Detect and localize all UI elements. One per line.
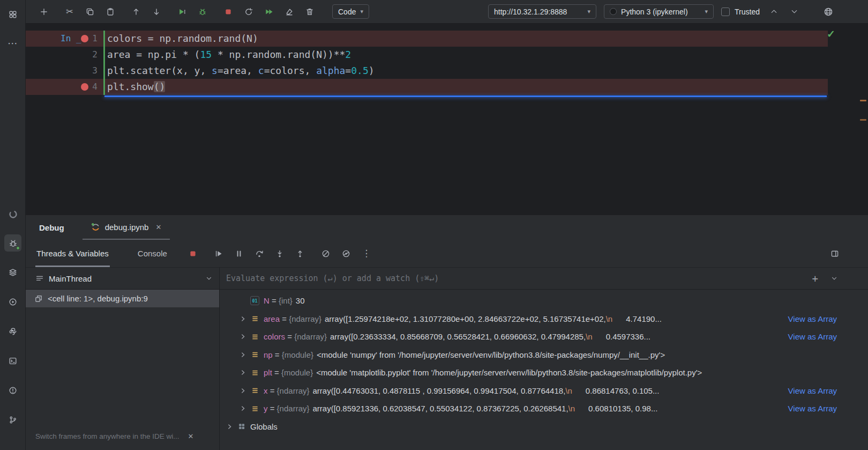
delete-cell-button[interactable]: [303, 5, 316, 18]
variable-row-y[interactable]: y = {ndarray} array([0.85921336, 0.62038…: [220, 400, 868, 418]
variable-row-plt[interactable]: plt = {module} <module 'matplotlib.pyplo…: [220, 364, 868, 382]
arrow-up-icon: [132, 8, 140, 16]
expand-chevron-icon[interactable]: [238, 334, 247, 340]
debug-running-dot: [16, 246, 20, 250]
open-in-browser-button[interactable]: [822, 5, 835, 18]
move-cell-up-button[interactable]: [130, 5, 143, 18]
cut-cell-button[interactable]: ✂: [63, 5, 76, 18]
stop-button[interactable]: [186, 247, 199, 260]
project-structure-button[interactable]: [4, 6, 21, 23]
cell-type-dropdown[interactable]: Code ▾: [332, 4, 369, 19]
step-out-button[interactable]: [294, 247, 306, 260]
add-watch-icon[interactable]: +: [812, 274, 818, 284]
kernel-name: Python 3 (ipykernel): [621, 8, 700, 16]
eraser-icon: [285, 8, 294, 16]
step-into-button[interactable]: [273, 247, 286, 260]
thread-selector[interactable]: MainThread: [26, 268, 219, 290]
close-tab-icon[interactable]: ✕: [155, 223, 161, 231]
run-all-cells-button[interactable]: [263, 5, 275, 18]
code-line-4[interactable]: 4 plt.show(): [26, 79, 828, 95]
chevron-down-icon: ▾: [360, 8, 363, 15]
debug-cell-button[interactable]: [196, 5, 209, 18]
ndarray-icon: [250, 404, 259, 413]
scrollbar-mark: [860, 119, 866, 121]
server-dropdown[interactable]: http://10.32.1.29:8888 ▾: [488, 4, 596, 19]
layout-settings-button[interactable]: [828, 247, 841, 260]
tab-console[interactable]: Console: [137, 240, 168, 267]
terminal-button[interactable]: [4, 352, 21, 370]
paste-cell-button[interactable]: [104, 5, 117, 18]
ndarray-icon: [250, 314, 259, 323]
globals-row[interactable]: Globals: [220, 418, 868, 436]
cell-success-check-icon: ✓: [827, 28, 835, 40]
resume-button[interactable]: [212, 247, 225, 260]
debug-toolwindow-button[interactable]: [4, 234, 21, 252]
move-cell-down-button[interactable]: [150, 5, 163, 18]
chevron-down-icon: ▾: [705, 8, 708, 15]
services-icon: [9, 268, 17, 277]
cell-indicator-bar: [103, 31, 105, 95]
debug-session-tab[interactable]: debug.ipynb ✕: [83, 215, 170, 240]
variables-pane: Evaluate expression (↵) or add a watch (…: [220, 268, 868, 450]
step-over-button[interactable]: [253, 247, 266, 260]
watch-controls: +: [812, 274, 838, 284]
view-as-array-link[interactable]: View as Array: [788, 404, 837, 413]
variable-row-area[interactable]: area = {ndarray} array([1.25974218e+02, …: [220, 310, 868, 328]
variable-row-colors[interactable]: colors = {ndarray} array([0.23633334, 0.…: [220, 328, 868, 346]
skip-breakpoints-button[interactable]: [340, 247, 353, 260]
line-number[interactable]: 4: [85, 79, 98, 95]
expand-chevron-icon[interactable]: [238, 316, 247, 322]
chevron-down-icon: ▾: [588, 8, 591, 15]
add-cell-button[interactable]: [38, 5, 50, 18]
layout-icon: [830, 249, 839, 258]
view-as-array-link[interactable]: View as Array: [788, 314, 837, 323]
run-all-icon: [265, 8, 273, 16]
prev-cell-button[interactable]: [767, 5, 780, 18]
evaluate-expression-input[interactable]: Evaluate expression (↵) or add a watch (…: [220, 268, 868, 290]
stack-frame-row[interactable]: <cell line: 1>, debug.ipynb:9: [26, 290, 219, 307]
line-number[interactable]: 2: [85, 47, 98, 63]
next-cell-button[interactable]: [788, 5, 800, 18]
variable-row-x[interactable]: x = {ndarray} array([0.44763031, 0.48781…: [220, 382, 868, 400]
interrupt-kernel-button[interactable]: [222, 5, 235, 18]
kernel-dropdown[interactable]: Python 3 (ipykernel) ▾: [604, 4, 714, 19]
chevron-down-icon[interactable]: [830, 275, 838, 282]
code-line-1[interactable]: In _ 1 colors = np.random.rand(N): [26, 31, 828, 47]
line-number[interactable]: 3: [85, 63, 98, 79]
view-as-array-link[interactable]: View as Array: [788, 332, 837, 341]
variables-tree: 01 N = {int} 30 area = {ndarray} array([…: [220, 290, 868, 450]
services-toolwindow-button[interactable]: [4, 264, 21, 281]
ellipsis-icon: ⋯: [8, 37, 18, 49]
expand-chevron-icon[interactable]: [238, 388, 247, 394]
pause-button[interactable]: [233, 247, 245, 260]
more-options-button[interactable]: ⋮: [360, 247, 373, 260]
mute-breakpoints-button[interactable]: [319, 247, 332, 260]
code-line-3[interactable]: 3 plt.scatter(x, y, s=area, c=colors, al…: [26, 63, 868, 79]
variable-row-N[interactable]: 01 N = {int} 30: [220, 292, 868, 310]
run-cell-button[interactable]: [176, 5, 189, 18]
problems-button[interactable]: [4, 382, 21, 399]
expand-chevron-icon[interactable]: [238, 352, 247, 358]
python-console-button[interactable]: [4, 323, 21, 340]
more-tool-windows-button[interactable]: ⋯: [4, 34, 21, 51]
run-toolwindow-button[interactable]: [4, 293, 21, 311]
session-tab-label: debug.ipynb: [105, 223, 149, 232]
run-cell-icon: [178, 8, 186, 16]
scissors-icon: ✂: [66, 8, 73, 16]
expand-chevron-icon[interactable]: [238, 405, 247, 411]
copy-cell-button[interactable]: [84, 5, 96, 18]
expand-chevron-icon[interactable]: [225, 424, 234, 430]
version-control-button[interactable]: [4, 411, 21, 429]
variable-row-np[interactable]: np = {module} <module 'numpy' from '/hom…: [220, 346, 868, 364]
view-as-array-link[interactable]: View as Array: [788, 386, 837, 395]
tab-threads-variables[interactable]: Threads & Variables: [35, 240, 110, 267]
line-number[interactable]: 1: [85, 31, 98, 47]
execution-point-line: [104, 95, 827, 97]
dismiss-hint-icon[interactable]: ✕: [188, 432, 194, 440]
expand-chevron-icon[interactable]: [238, 370, 247, 375]
clear-outputs-button[interactable]: [283, 5, 296, 18]
notebook-editor[interactable]: In _ 1 colors = np.random.rand(N) 2 area…: [26, 24, 868, 215]
restart-kernel-button[interactable]: [242, 5, 255, 18]
code-line-2[interactable]: 2 area = np.pi * (15 * np.random.rand(N)…: [26, 47, 868, 63]
trusted-checkbox[interactable]: Trusted: [721, 8, 760, 16]
